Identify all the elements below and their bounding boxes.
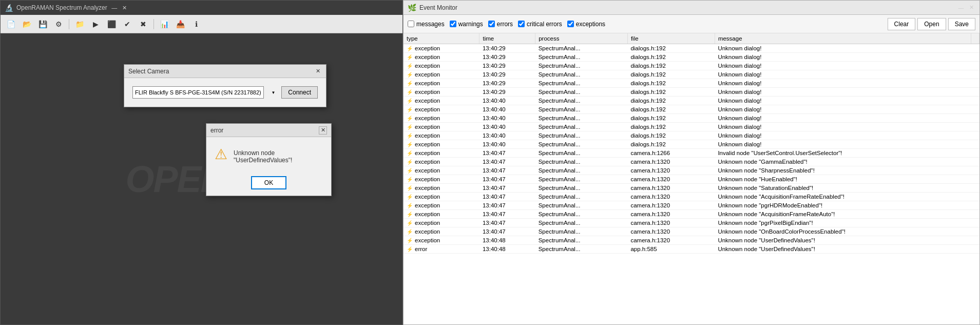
new-button[interactable]: 📄 — [4, 17, 18, 31]
exception-icon: ⚡ — [407, 89, 413, 95]
exception-icon: ⚡ — [407, 54, 413, 60]
filter-warnings[interactable]: warnings — [450, 21, 483, 28]
cell-message: Unknown node "OnBoardColorProcessEnabled… — [715, 227, 971, 236]
table-row[interactable]: ⚡ exception 13:40:40 SpectrumAnal... dia… — [403, 97, 979, 105]
critical-errors-checkbox[interactable] — [518, 21, 525, 27]
filter-errors[interactable]: errors — [488, 21, 513, 28]
import-button[interactable]: 📥 — [173, 17, 187, 31]
export-button[interactable]: 📊 — [157, 17, 171, 31]
table-row[interactable]: ⚡ exception 13:40:47 SpectrumAnal... cam… — [403, 219, 979, 227]
table-row[interactable]: ⚡ error 13:40:48 SpectrumAnal... app.h:5… — [403, 245, 979, 254]
table-row[interactable]: ⚡ exception 13:40:48 SpectrumAnal... cam… — [403, 236, 979, 245]
clear-button[interactable]: Clear — [888, 18, 916, 30]
filter-exceptions[interactable]: exceptions — [567, 21, 605, 28]
table-row[interactable]: ⚡ exception 13:40:40 SpectrumAnal... dia… — [403, 140, 979, 149]
messages-checkbox[interactable] — [408, 21, 414, 27]
filter-messages[interactable]: messages — [408, 21, 445, 28]
table-row[interactable]: ⚡ exception 13:40:40 SpectrumAnal... dia… — [403, 114, 979, 123]
table-row[interactable]: ⚡ exception 13:40:29 SpectrumAnal... dia… — [403, 70, 979, 79]
errors-checkbox[interactable] — [488, 21, 495, 27]
play-button[interactable]: ▶ — [88, 17, 103, 31]
exception-icon: ⚡ — [407, 63, 413, 69]
table-row[interactable]: ⚡ exception 13:40:29 SpectrumAnal... dia… — [403, 53, 979, 62]
table-row[interactable]: ⚡ exception 13:40:29 SpectrumAnal... dia… — [403, 79, 979, 88]
cell-process: SpectrumAnal... — [535, 227, 628, 236]
cell-type: ⚡ exception — [403, 62, 479, 70]
cell-file: dialogs.h:192 — [627, 88, 715, 97]
cell-process: SpectrumAnal... — [535, 53, 628, 62]
close-right-button[interactable]: ✕ — [967, 4, 975, 12]
left-content: OPENRA Select Camera ✕ FLIR Blackfly S B… — [1, 33, 402, 324]
cell-message: Unknown node "HueEnabled"! — [715, 175, 971, 184]
col-message: message — [715, 33, 971, 44]
stop-button[interactable]: ⬛ — [104, 17, 119, 31]
select-camera-body: FLIR Blackfly S BFS-PGE-31S4M (S/N 22317… — [124, 78, 326, 107]
cell-process: SpectrumAnal... — [535, 140, 628, 149]
cell-file: dialogs.h:192 — [627, 140, 715, 149]
error-footer: OK — [206, 172, 331, 196]
table-row[interactable]: ⚡ exception 13:40:29 SpectrumAnal... dia… — [403, 44, 979, 53]
close-left-button[interactable]: ✕ — [121, 4, 129, 12]
cell-time: 13:40:29 — [479, 44, 535, 53]
select-camera-close-button[interactable]: ✕ — [314, 67, 322, 75]
table-row[interactable]: ⚡ exception 13:40:40 SpectrumAnal... dia… — [403, 105, 979, 114]
camera-select[interactable]: FLIR Blackfly S BFS-PGE-31S4M (S/N 22317… — [132, 86, 264, 99]
save-log-button[interactable]: Save — [948, 18, 975, 30]
table-row[interactable]: ⚡ exception 13:40:29 SpectrumAnal... dia… — [403, 88, 979, 97]
cell-process: SpectrumAnal... — [535, 62, 628, 70]
save-button[interactable]: 💾 — [35, 17, 50, 31]
minimize-right-button[interactable]: — — [957, 4, 965, 12]
ok-button[interactable]: OK — [251, 176, 286, 189]
critical-errors-label: critical errors — [527, 21, 562, 28]
cell-process: SpectrumAnal... — [535, 70, 628, 79]
cell-type: ⚡ exception — [403, 79, 479, 88]
table-row[interactable]: ⚡ exception 13:40:47 SpectrumAnal... cam… — [403, 210, 979, 219]
cell-process: SpectrumAnal... — [535, 236, 628, 245]
exceptions-checkbox[interactable] — [567, 21, 574, 27]
cell-message: Unknown dialog! — [715, 44, 971, 53]
cell-message: Unknown dialog! — [715, 79, 971, 88]
cell-time: 13:40:40 — [479, 97, 535, 105]
exception-icon: ⚡ — [407, 46, 413, 51]
table-row[interactable]: ⚡ exception 13:40:40 SpectrumAnal... dia… — [403, 123, 979, 131]
check-button[interactable]: ✔ — [120, 17, 134, 31]
minimize-button[interactable]: — — [110, 4, 119, 12]
table-row[interactable]: ⚡ exception 13:40:47 SpectrumAnal... cam… — [403, 166, 979, 175]
cell-time: 13:40:29 — [479, 79, 535, 88]
cell-file: dialogs.h:192 — [627, 53, 715, 62]
cell-time: 13:40:29 — [479, 53, 535, 62]
warnings-checkbox[interactable] — [450, 21, 456, 27]
connect-button[interactable]: Connect — [281, 86, 318, 99]
table-row[interactable]: ⚡ exception 13:40:29 SpectrumAnal... dia… — [403, 62, 979, 70]
table-row[interactable]: ⚡ exception 13:40:47 SpectrumAnal... cam… — [403, 158, 979, 166]
table-row[interactable]: ⚡ exception 13:40:47 SpectrumAnal... cam… — [403, 175, 979, 184]
table-row[interactable]: ⚡ exception 13:40:47 SpectrumAnal... cam… — [403, 184, 979, 193]
cell-message: Unknown dialog! — [715, 140, 971, 149]
table-row[interactable]: ⚡ exception 13:40:47 SpectrumAnal... cam… — [403, 149, 979, 158]
settings-button[interactable]: ⚙ — [51, 17, 66, 31]
left-toolbar: 📄 📂 💾 ⚙ 📁 ▶ ⬛ ✔ ✖ 📊 📥 ℹ — [1, 15, 402, 33]
open-log-button[interactable]: Open — [917, 18, 946, 30]
cell-process: SpectrumAnal... — [535, 131, 628, 140]
cell-type: ⚡ exception — [403, 184, 479, 193]
cell-message: Unknown dialog! — [715, 53, 971, 62]
table-row[interactable]: ⚡ exception 13:40:47 SpectrumAnal... cam… — [403, 227, 979, 236]
info-button[interactable]: ℹ — [189, 17, 203, 31]
error-close-button[interactable]: ✕ — [319, 126, 327, 135]
event-table-wrapper[interactable]: type time process file message ⚡ excepti… — [403, 33, 979, 324]
exceptions-label: exceptions — [576, 21, 605, 28]
cell-time: 13:40:40 — [479, 123, 535, 131]
table-row[interactable]: ⚡ exception 13:40:47 SpectrumAnal... cam… — [403, 201, 979, 210]
select-camera-dialog: Select Camera ✕ FLIR Blackfly S BFS-PGE-… — [124, 64, 326, 107]
table-row[interactable]: ⚡ exception 13:40:40 SpectrumAnal... dia… — [403, 131, 979, 140]
folder-button[interactable]: 📁 — [72, 17, 87, 31]
open-button[interactable]: 📂 — [20, 17, 34, 31]
exception-icon: ⚡ — [407, 150, 413, 156]
cell-process: SpectrumAnal... — [535, 210, 628, 219]
cell-time: 13:40:40 — [479, 105, 535, 114]
cancel-button[interactable]: ✖ — [136, 17, 150, 31]
exception-icon: ⚡ — [407, 142, 413, 147]
filter-critical-errors[interactable]: critical errors — [518, 21, 562, 28]
cell-file: dialogs.h:192 — [627, 70, 715, 79]
table-row[interactable]: ⚡ exception 13:40:47 SpectrumAnal... cam… — [403, 193, 979, 201]
